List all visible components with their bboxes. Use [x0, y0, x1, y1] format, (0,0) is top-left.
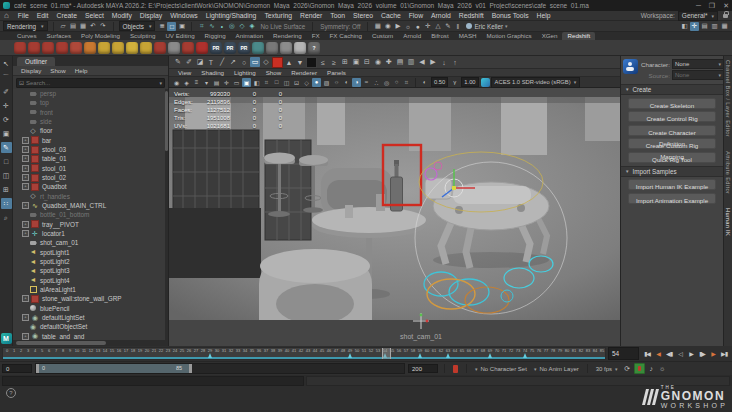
symmetry-label[interactable]: Symmetry: Off [318, 23, 362, 30]
step-forward-key-icon[interactable]: ▶ [708, 348, 718, 359]
outliner-vertical-scrollbar[interactable] [165, 89, 168, 340]
create-control-rig-button[interactable]: Create Control Rig [628, 111, 716, 122]
onion-prev-icon[interactable]: ≤ [318, 57, 328, 67]
playback-range[interactable] [36, 364, 192, 373]
tool-settings-toggle-icon[interactable]: ▥ [710, 22, 719, 31]
open-scene-icon[interactable]: ▤ [69, 22, 78, 31]
layer-down-icon[interactable]: ▼ [295, 57, 305, 67]
rs-volume-icon[interactable] [98, 42, 110, 54]
viewport-3d[interactable]: shot_cam_01 Verts:99303000Edges:21198960… [169, 88, 620, 346]
onion-skin-icon[interactable]: ◉ [373, 57, 383, 67]
resolution-gate-icon[interactable]: ▣ [242, 78, 251, 87]
motion-blur-icon[interactable]: ≈ [362, 78, 371, 87]
oval-tool-icon[interactable]: ○ [239, 57, 249, 67]
menu-set-selector[interactable]: Rendering▾ [3, 21, 48, 31]
fps-dropdown[interactable]: 30 fps▾ [594, 366, 620, 372]
shelf-tab-xgen[interactable]: XGen [537, 32, 563, 40]
pause-icon[interactable]: ‖ [453, 22, 462, 31]
animation-end-field[interactable]: 200 [408, 364, 438, 373]
safe-action-icon[interactable]: □ [272, 78, 281, 87]
rs-material-library-icon[interactable] [266, 42, 278, 54]
rs-ipr-render-icon[interactable] [28, 42, 40, 54]
anim-layer-dropdown[interactable]: ▾No Anim Layer [532, 366, 581, 372]
outliner-tab[interactable]: Outliner [17, 57, 55, 66]
film-gate-icon[interactable]: ▭ [232, 78, 241, 87]
new-scene-icon[interactable]: ▱ [59, 22, 68, 31]
section-header-import-samples[interactable]: ▼Import Samples [621, 166, 723, 177]
close-button[interactable]: ✕ [723, 2, 729, 10]
outliner-item-side[interactable]: side [13, 117, 168, 126]
select-hierarchy-icon[interactable]: ≣ [157, 22, 166, 31]
export-drawing-icon[interactable]: ↑ [450, 57, 460, 67]
exposure-icon[interactable]: ◐ [420, 78, 429, 87]
panel-menu-view[interactable]: View [173, 69, 196, 76]
expand-toggle-icon[interactable]: + [22, 174, 29, 181]
expand-toggle-icon[interactable]: + [22, 314, 29, 321]
rs-texture-manager-icon[interactable] [280, 42, 292, 54]
outliner-menu-show[interactable]: Show [46, 67, 69, 74]
textured-icon[interactable]: ▨ [322, 78, 331, 87]
menu-bonus-tools[interactable]: Bonus Tools [488, 12, 533, 19]
layout-four-pane-icon[interactable]: ⊞ [1, 184, 12, 195]
panel-menu-show[interactable]: Show [261, 69, 286, 76]
bookmark-icon[interactable] [453, 365, 458, 373]
maya-badge-icon[interactable]: M [1, 333, 12, 344]
pin-icon[interactable]: ✚ [384, 57, 394, 67]
side-tab-human-ik[interactable]: Human IK [725, 208, 731, 236]
outliner-search-box[interactable]: ⊡ ▾ [16, 78, 165, 88]
menu-cache[interactable]: Cache [377, 12, 405, 19]
outliner-item-bluepencil[interactable]: bluePencil [13, 304, 168, 313]
outliner-item-shot-cam-01[interactable]: shot_cam_01 [13, 238, 168, 247]
safe-title-icon[interactable]: ◫ [282, 78, 291, 87]
pencil-tool-icon[interactable]: ✎ [173, 57, 183, 67]
play-forward-icon[interactable]: ▶ [686, 348, 696, 359]
expand-toggle-icon[interactable]: + [22, 230, 29, 237]
outliner-item-table-01[interactable]: +table_01 [13, 154, 168, 163]
workspace-dropdown[interactable]: General*▾ [678, 11, 718, 21]
rs-proxy-sequence-icon[interactable]: PR [238, 42, 250, 54]
snap-projected-center-icon[interactable]: ◎ [227, 22, 236, 31]
outliner-item-top[interactable]: top [13, 98, 168, 107]
wireframe-icon[interactable]: ◇ [302, 78, 311, 87]
maximize-button[interactable]: ❐ [709, 2, 715, 10]
frame-all-icon[interactable]: ⊡ [292, 78, 301, 87]
rs-dome-light-icon[interactable] [140, 42, 152, 54]
expand-toggle-icon[interactable]: + [22, 146, 29, 153]
menu-redshift[interactable]: Redshift [455, 12, 488, 19]
shelf-tab-animation[interactable]: Animation [231, 32, 269, 40]
rs-material-icon[interactable] [56, 42, 68, 54]
rs-hair-icon[interactable] [168, 42, 180, 54]
panel-menu-lighting[interactable]: Lighting [229, 69, 261, 76]
go-to-start-icon[interactable]: ▮◀ [642, 348, 652, 359]
outliner-menu-help[interactable]: Help [71, 67, 92, 74]
rs-sphere-light-icon[interactable] [196, 42, 208, 54]
menu-create[interactable]: Create [53, 12, 81, 19]
character-set-dropdown[interactable]: ▾No Character Set [473, 366, 529, 372]
render-icon[interactable]: ▦ [373, 22, 382, 31]
menu-flow[interactable]: Flow [405, 12, 427, 19]
menu-windows[interactable]: Windows [166, 12, 202, 19]
camera-icon[interactable]: ◉ [172, 78, 181, 87]
workspace-lock-icon[interactable] [723, 14, 728, 18]
panel-menu-renderer[interactable]: Renderer [286, 69, 322, 76]
select-tool-icon[interactable]: ↖ [1, 58, 12, 69]
side-tab-attribute-editor[interactable]: Attribute Editor [725, 151, 731, 194]
hypershade-icon[interactable]: ● [413, 22, 422, 31]
duplicate-frame-icon[interactable]: ▣ [351, 57, 361, 67]
outliner-item-bar[interactable]: +bar [13, 136, 168, 145]
select-object-icon[interactable]: □ [167, 22, 176, 31]
rs-render-settings-icon[interactable] [42, 42, 54, 54]
step-forward-frame-icon[interactable]: ▮▶ [697, 348, 707, 359]
anim-preferences-icon[interactable]: ☼ [658, 364, 667, 373]
eraser-tool-icon[interactable]: ◪ [195, 57, 205, 67]
help-icon[interactable]: ? [6, 388, 16, 398]
save-scene-icon[interactable]: ▦ [79, 22, 88, 31]
minimize-button[interactable]: ─ [696, 2, 701, 10]
make-live-icon[interactable]: ◈ [247, 22, 256, 31]
zoom-tool-icon[interactable]: ⌕ [1, 212, 12, 223]
menu-select[interactable]: Select [81, 12, 108, 19]
import-human-ik-example-button[interactable]: Import Human IK Example [628, 179, 716, 190]
animation-start-field[interactable]: 0 [2, 364, 32, 373]
shelf-tab-uv-editing[interactable]: UV Editing [160, 32, 199, 40]
auto-key-icon[interactable] [634, 363, 645, 374]
